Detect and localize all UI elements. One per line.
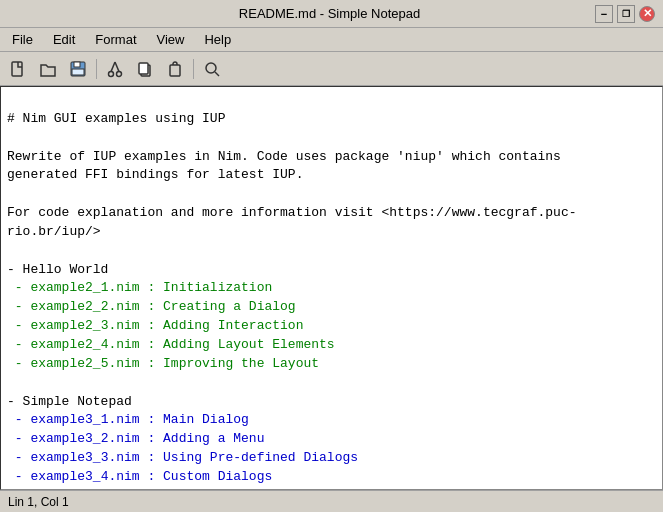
menu-file[interactable]: File: [4, 30, 41, 49]
editor-line: # Nim GUI examples using IUP: [7, 110, 656, 129]
svg-line-6: [111, 62, 115, 72]
editor-line: generated FFI bindings for latest IUP.: [7, 166, 656, 185]
svg-point-4: [109, 71, 114, 76]
toolbar: [0, 52, 663, 86]
cursor-position: Lin 1, Col 1: [8, 495, 69, 509]
title-bar: README.md - Simple Notepad − ❐ ✕: [0, 0, 663, 28]
editor-line: [7, 129, 656, 148]
svg-point-5: [117, 71, 122, 76]
svg-rect-0: [12, 62, 22, 76]
svg-rect-2: [74, 62, 80, 67]
editor-line: - example2_4.nim : Adding Layout Element…: [7, 336, 656, 355]
svg-line-12: [215, 72, 219, 76]
open-button[interactable]: [34, 56, 62, 82]
editor-line: - example3_2.nim : Adding a Menu: [7, 430, 656, 449]
status-bar: Lin 1, Col 1: [0, 490, 663, 512]
editor-line: - example2_1.nim : Initialization: [7, 279, 656, 298]
editor-line: - example2_5.nim : Improving the Layout: [7, 355, 656, 374]
editor-line: - example2_2.nim : Creating a Dialog: [7, 298, 656, 317]
menu-help[interactable]: Help: [196, 30, 239, 49]
menu-bar: File Edit Format View Help: [0, 28, 663, 52]
menu-edit[interactable]: Edit: [45, 30, 83, 49]
svg-rect-3: [72, 69, 84, 75]
window-controls: − ❐ ✕: [595, 5, 655, 23]
window-title: README.md - Simple Notepad: [64, 6, 595, 21]
editor[interactable]: # Nim GUI examples using IUP Rewrite of …: [0, 86, 663, 490]
cut-button[interactable]: [101, 56, 129, 82]
editor-line: - example3_4.nim : Custom Dialogs: [7, 468, 656, 487]
editor-line: Rewrite of IUP examples in Nim. Code use…: [7, 148, 656, 167]
editor-line: For code explanation and more informatio…: [7, 204, 656, 242]
editor-line: - example2_3.nim : Adding Interaction: [7, 317, 656, 336]
svg-line-7: [115, 62, 119, 72]
svg-rect-9: [139, 63, 148, 74]
toolbar-sep-1: [96, 59, 97, 79]
editor-line: - example3_1.nim : Main Dialog: [7, 411, 656, 430]
minimize-button[interactable]: −: [595, 5, 613, 23]
editor-line: [7, 185, 656, 204]
editor-line: - example3_3.nim : Using Pre-defined Dia…: [7, 449, 656, 468]
save-button[interactable]: [64, 56, 92, 82]
editor-line: [7, 242, 656, 261]
editor-line: [7, 374, 656, 393]
find-button[interactable]: [198, 56, 226, 82]
paste-button[interactable]: [161, 56, 189, 82]
toolbar-sep-2: [193, 59, 194, 79]
menu-format[interactable]: Format: [87, 30, 144, 49]
copy-button[interactable]: [131, 56, 159, 82]
close-button[interactable]: ✕: [639, 6, 655, 22]
menu-view[interactable]: View: [149, 30, 193, 49]
new-button[interactable]: [4, 56, 32, 82]
editor-line: - Hello World: [7, 261, 656, 280]
restore-button[interactable]: ❐: [617, 5, 635, 23]
svg-rect-10: [170, 65, 180, 76]
editor-line: - Simple Notepad: [7, 393, 656, 412]
svg-point-11: [206, 63, 216, 73]
